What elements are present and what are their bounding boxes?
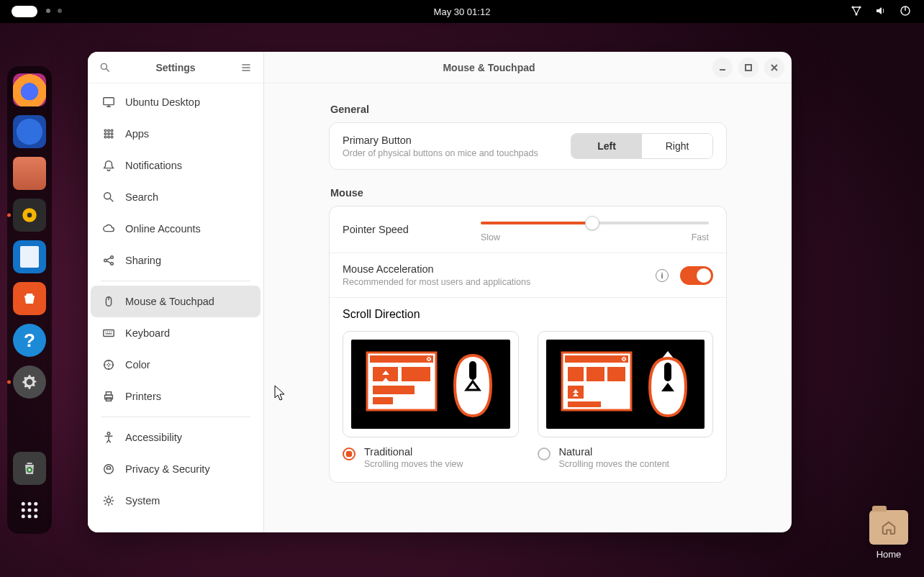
content-title: Mouse & Touchpad — [271, 62, 707, 73]
traditional-sub: Scrolling moves the view — [364, 459, 463, 469]
traditional-radio[interactable] — [343, 447, 355, 460]
general-card: Primary Button Order of physical buttons… — [329, 122, 727, 170]
network-icon[interactable] — [851, 5, 862, 19]
sidebar-item-color[interactable]: Color — [91, 349, 261, 381]
svg-rect-50 — [565, 355, 628, 363]
settings-window: Settings Ubuntu DesktopAppsNotifications… — [88, 52, 792, 532]
svg-point-20 — [111, 130, 113, 132]
svg-point-37 — [107, 432, 110, 435]
sidebar-item-notifications[interactable]: Notifications — [91, 150, 261, 181]
svg-point-19 — [108, 130, 110, 132]
sidebar-item-privacy-security[interactable]: Privacy & Security — [91, 453, 261, 485]
sidebar-item-sharing[interactable]: Sharing — [91, 245, 261, 276]
dock-app-firefox[interactable] — [13, 73, 46, 106]
sidebar-item-accessibility[interactable]: Accessibility — [91, 422, 261, 453]
svg-point-22 — [108, 133, 110, 135]
mouse-card: Pointer Speed Slow Fast — [329, 206, 727, 483]
natural-preview — [538, 331, 714, 437]
svg-point-39 — [107, 499, 110, 502]
svg-point-12 — [34, 509, 37, 512]
window-maximize[interactable] — [738, 58, 758, 78]
svg-rect-53 — [586, 367, 604, 381]
top-bar: May 30 01:12 — [0, 0, 924, 23]
natural-radio[interactable] — [538, 447, 551, 460]
section-general-title: General — [330, 104, 727, 115]
system-tray — [851, 5, 911, 19]
sidebar-item-apps[interactable]: Apps — [91, 118, 261, 150]
dock-app-thunderbird[interactable] — [13, 115, 46, 148]
svg-point-14 — [28, 514, 32, 518]
dock: ? — [7, 66, 52, 534]
dock-app-files[interactable] — [13, 157, 46, 190]
dock-app-writer[interactable] — [13, 240, 46, 273]
content-header: Mouse & Touchpad — [264, 52, 792, 83]
volume-icon[interactable] — [875, 5, 887, 19]
svg-point-10 — [22, 509, 25, 512]
desktop-home-icon[interactable]: Home — [869, 510, 908, 560]
svg-rect-40 — [746, 65, 751, 71]
svg-point-24 — [104, 136, 107, 138]
window-minimize[interactable] — [712, 58, 733, 78]
activities-pill[interactable] — [12, 6, 37, 17]
sidebar-item-keyboard[interactable]: Keyboard — [91, 317, 261, 349]
sidebar-item-search[interactable]: Search — [91, 181, 261, 213]
settings-pane[interactable]: General Primary Button Order of physical… — [264, 83, 792, 532]
svg-point-7 — [22, 502, 25, 506]
sidebar-item-printers[interactable]: Printers — [91, 381, 261, 412]
traditional-label: Traditional — [364, 446, 463, 458]
mouse-accel-sub: Recommended for most users and applicati… — [343, 277, 644, 287]
settings-sidebar: Settings Ubuntu DesktopAppsNotifications… — [88, 52, 264, 532]
primary-button-row: Primary Button Order of physical buttons… — [330, 123, 726, 169]
sidebar-item-mouse-touchpad[interactable]: Mouse & Touchpad — [91, 286, 261, 317]
svg-rect-57 — [664, 363, 671, 381]
svg-point-26 — [111, 136, 113, 138]
sidebar-search-button[interactable] — [95, 62, 115, 73]
svg-point-25 — [108, 136, 110, 138]
sidebar-menu-button[interactable] — [236, 62, 256, 73]
dock-app-trash[interactable] — [13, 452, 46, 485]
window-close[interactable] — [764, 58, 784, 78]
info-icon[interactable]: i — [656, 269, 669, 282]
primary-left-option[interactable]: Left — [571, 134, 642, 158]
dock-app-software[interactable] — [13, 282, 46, 315]
svg-rect-45 — [402, 367, 430, 381]
svg-point-18 — [104, 130, 107, 132]
pointer-speed-row: Pointer Speed Slow Fast — [330, 206, 726, 253]
section-mouse-title: Mouse — [330, 187, 727, 199]
dock-app-rhythmbox[interactable] — [13, 199, 46, 232]
svg-rect-32 — [104, 330, 114, 337]
primary-button-sub: Order of physical buttons on mice and to… — [343, 148, 559, 158]
svg-point-21 — [104, 133, 107, 135]
dock-app-settings[interactable] — [13, 365, 46, 399]
natural-sub: Scrolling moves the content — [559, 459, 670, 469]
svg-rect-42 — [370, 355, 433, 363]
dock-show-apps[interactable] — [13, 494, 46, 527]
sidebar-item-ubuntu-desktop[interactable]: Ubuntu Desktop — [91, 86, 261, 118]
sidebar-item-online-accounts[interactable]: Online Accounts — [91, 213, 261, 245]
primary-button-segment: Left Right — [571, 133, 713, 159]
power-icon[interactable] — [900, 5, 911, 19]
svg-rect-17 — [104, 98, 114, 105]
svg-point-27 — [104, 193, 111, 199]
dock-app-help[interactable]: ? — [13, 324, 46, 357]
svg-point-13 — [22, 514, 25, 518]
scroll-direction-label: Scroll Direction — [343, 308, 713, 321]
content-area: Mouse & Touchpad General Primary Button … — [264, 52, 792, 532]
mouse-accel-row: Mouse Acceleration Recommended for most … — [330, 253, 726, 297]
mouse-accel-label: Mouse Acceleration — [343, 263, 644, 275]
scroll-traditional-card[interactable]: Traditional Scrolling moves the view — [343, 331, 519, 469]
scroll-natural-card[interactable]: Natural Scrolling moves the content — [538, 331, 714, 469]
svg-point-15 — [34, 514, 37, 518]
desktop-home-label: Home — [869, 549, 908, 560]
svg-rect-52 — [568, 367, 584, 381]
svg-rect-46 — [373, 386, 415, 394]
sidebar-item-system[interactable]: System — [91, 485, 261, 517]
svg-point-9 — [34, 502, 37, 506]
pointer-speed-slider[interactable] — [481, 217, 709, 230]
primary-right-option[interactable]: Right — [642, 134, 712, 158]
svg-point-30 — [111, 263, 114, 265]
primary-button-label: Primary Button — [343, 135, 559, 146]
top-clock[interactable]: May 30 01:12 — [434, 6, 491, 17]
svg-point-16 — [101, 63, 107, 69]
mouse-accel-toggle[interactable] — [680, 266, 713, 285]
